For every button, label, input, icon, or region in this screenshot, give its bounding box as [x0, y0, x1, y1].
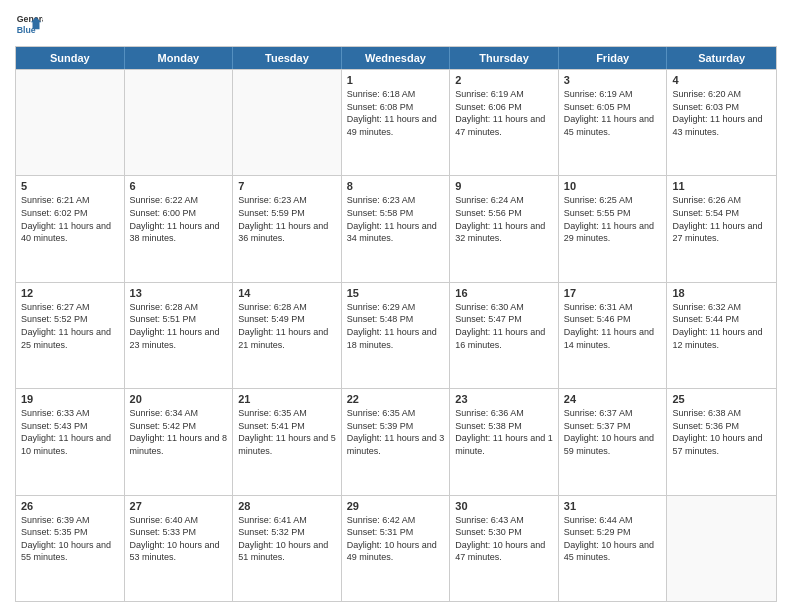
cell-info: Sunrise: 6:40 AM Sunset: 5:33 PM Dayligh… — [130, 514, 228, 564]
cell-day-number: 13 — [130, 287, 228, 299]
calendar-cell-26: 26Sunrise: 6:39 AM Sunset: 5:35 PM Dayli… — [16, 496, 125, 601]
calendar-cell-2: 2Sunrise: 6:19 AM Sunset: 6:06 PM Daylig… — [450, 70, 559, 175]
day-header-sunday: Sunday — [16, 47, 125, 69]
cell-day-number: 6 — [130, 180, 228, 192]
cell-info: Sunrise: 6:25 AM Sunset: 5:55 PM Dayligh… — [564, 194, 662, 244]
calendar-cell-10: 10Sunrise: 6:25 AM Sunset: 5:55 PM Dayli… — [559, 176, 668, 281]
calendar-cell-20: 20Sunrise: 6:34 AM Sunset: 5:42 PM Dayli… — [125, 389, 234, 494]
cell-info: Sunrise: 6:39 AM Sunset: 5:35 PM Dayligh… — [21, 514, 119, 564]
cell-day-number: 3 — [564, 74, 662, 86]
cell-info: Sunrise: 6:28 AM Sunset: 5:49 PM Dayligh… — [238, 301, 336, 351]
calendar-week-3: 19Sunrise: 6:33 AM Sunset: 5:43 PM Dayli… — [16, 388, 776, 494]
cell-info: Sunrise: 6:33 AM Sunset: 5:43 PM Dayligh… — [21, 407, 119, 457]
cell-info: Sunrise: 6:21 AM Sunset: 6:02 PM Dayligh… — [21, 194, 119, 244]
calendar-cell-24: 24Sunrise: 6:37 AM Sunset: 5:37 PM Dayli… — [559, 389, 668, 494]
calendar-cell-13: 13Sunrise: 6:28 AM Sunset: 5:51 PM Dayli… — [125, 283, 234, 388]
calendar-cell-4: 4Sunrise: 6:20 AM Sunset: 6:03 PM Daylig… — [667, 70, 776, 175]
logo-icon: General Blue — [15, 10, 43, 38]
cell-day-number: 14 — [238, 287, 336, 299]
day-header-wednesday: Wednesday — [342, 47, 451, 69]
calendar-week-2: 12Sunrise: 6:27 AM Sunset: 5:52 PM Dayli… — [16, 282, 776, 388]
logo: General Blue — [15, 10, 43, 38]
calendar-cell-15: 15Sunrise: 6:29 AM Sunset: 5:48 PM Dayli… — [342, 283, 451, 388]
cell-info: Sunrise: 6:35 AM Sunset: 5:39 PM Dayligh… — [347, 407, 445, 457]
cell-day-number: 31 — [564, 500, 662, 512]
calendar-cell-16: 16Sunrise: 6:30 AM Sunset: 5:47 PM Dayli… — [450, 283, 559, 388]
cell-info: Sunrise: 6:23 AM Sunset: 5:58 PM Dayligh… — [347, 194, 445, 244]
calendar-cell-19: 19Sunrise: 6:33 AM Sunset: 5:43 PM Dayli… — [16, 389, 125, 494]
calendar-cell-3: 3Sunrise: 6:19 AM Sunset: 6:05 PM Daylig… — [559, 70, 668, 175]
calendar-week-4: 26Sunrise: 6:39 AM Sunset: 5:35 PM Dayli… — [16, 495, 776, 601]
cell-day-number: 23 — [455, 393, 553, 405]
cell-day-number: 18 — [672, 287, 771, 299]
cell-info: Sunrise: 6:20 AM Sunset: 6:03 PM Dayligh… — [672, 88, 771, 138]
cell-day-number: 15 — [347, 287, 445, 299]
calendar-cell-1: 1Sunrise: 6:18 AM Sunset: 6:08 PM Daylig… — [342, 70, 451, 175]
cell-day-number: 24 — [564, 393, 662, 405]
calendar: SundayMondayTuesdayWednesdayThursdayFrid… — [15, 46, 777, 602]
cell-day-number: 22 — [347, 393, 445, 405]
cell-info: Sunrise: 6:22 AM Sunset: 6:00 PM Dayligh… — [130, 194, 228, 244]
cell-day-number: 20 — [130, 393, 228, 405]
calendar-header-row: SundayMondayTuesdayWednesdayThursdayFrid… — [16, 47, 776, 69]
calendar-body: 1Sunrise: 6:18 AM Sunset: 6:08 PM Daylig… — [16, 69, 776, 601]
calendar-cell-23: 23Sunrise: 6:36 AM Sunset: 5:38 PM Dayli… — [450, 389, 559, 494]
cell-day-number: 11 — [672, 180, 771, 192]
calendar-cell-12: 12Sunrise: 6:27 AM Sunset: 5:52 PM Dayli… — [16, 283, 125, 388]
cell-day-number: 1 — [347, 74, 445, 86]
calendar-cell-22: 22Sunrise: 6:35 AM Sunset: 5:39 PM Dayli… — [342, 389, 451, 494]
cell-day-number: 17 — [564, 287, 662, 299]
calendar-cell-14: 14Sunrise: 6:28 AM Sunset: 5:49 PM Dayli… — [233, 283, 342, 388]
calendar-cell-5: 5Sunrise: 6:21 AM Sunset: 6:02 PM Daylig… — [16, 176, 125, 281]
cell-day-number: 27 — [130, 500, 228, 512]
cell-info: Sunrise: 6:28 AM Sunset: 5:51 PM Dayligh… — [130, 301, 228, 351]
cell-day-number: 8 — [347, 180, 445, 192]
cell-info: Sunrise: 6:37 AM Sunset: 5:37 PM Dayligh… — [564, 407, 662, 457]
cell-day-number: 19 — [21, 393, 119, 405]
page: General Blue SundayMondayTuesdayWednesda… — [0, 0, 792, 612]
calendar-cell-8: 8Sunrise: 6:23 AM Sunset: 5:58 PM Daylig… — [342, 176, 451, 281]
cell-info: Sunrise: 6:44 AM Sunset: 5:29 PM Dayligh… — [564, 514, 662, 564]
cell-info: Sunrise: 6:29 AM Sunset: 5:48 PM Dayligh… — [347, 301, 445, 351]
cell-day-number: 30 — [455, 500, 553, 512]
day-header-monday: Monday — [125, 47, 234, 69]
calendar-cell-empty — [667, 496, 776, 601]
cell-day-number: 26 — [21, 500, 119, 512]
calendar-cell-25: 25Sunrise: 6:38 AM Sunset: 5:36 PM Dayli… — [667, 389, 776, 494]
cell-day-number: 25 — [672, 393, 771, 405]
day-header-friday: Friday — [559, 47, 668, 69]
calendar-cell-30: 30Sunrise: 6:43 AM Sunset: 5:30 PM Dayli… — [450, 496, 559, 601]
cell-info: Sunrise: 6:31 AM Sunset: 5:46 PM Dayligh… — [564, 301, 662, 351]
cell-day-number: 16 — [455, 287, 553, 299]
header: General Blue — [15, 10, 777, 38]
calendar-cell-11: 11Sunrise: 6:26 AM Sunset: 5:54 PM Dayli… — [667, 176, 776, 281]
calendar-cell-7: 7Sunrise: 6:23 AM Sunset: 5:59 PM Daylig… — [233, 176, 342, 281]
day-header-tuesday: Tuesday — [233, 47, 342, 69]
cell-day-number: 5 — [21, 180, 119, 192]
day-header-thursday: Thursday — [450, 47, 559, 69]
calendar-cell-empty — [233, 70, 342, 175]
calendar-week-0: 1Sunrise: 6:18 AM Sunset: 6:08 PM Daylig… — [16, 69, 776, 175]
cell-info: Sunrise: 6:23 AM Sunset: 5:59 PM Dayligh… — [238, 194, 336, 244]
cell-info: Sunrise: 6:35 AM Sunset: 5:41 PM Dayligh… — [238, 407, 336, 457]
cell-info: Sunrise: 6:19 AM Sunset: 6:05 PM Dayligh… — [564, 88, 662, 138]
calendar-cell-6: 6Sunrise: 6:22 AM Sunset: 6:00 PM Daylig… — [125, 176, 234, 281]
cell-day-number: 10 — [564, 180, 662, 192]
day-header-saturday: Saturday — [667, 47, 776, 69]
calendar-cell-18: 18Sunrise: 6:32 AM Sunset: 5:44 PM Dayli… — [667, 283, 776, 388]
cell-day-number: 4 — [672, 74, 771, 86]
cell-day-number: 7 — [238, 180, 336, 192]
cell-info: Sunrise: 6:43 AM Sunset: 5:30 PM Dayligh… — [455, 514, 553, 564]
cell-info: Sunrise: 6:41 AM Sunset: 5:32 PM Dayligh… — [238, 514, 336, 564]
cell-day-number: 21 — [238, 393, 336, 405]
cell-day-number: 12 — [21, 287, 119, 299]
cell-info: Sunrise: 6:30 AM Sunset: 5:47 PM Dayligh… — [455, 301, 553, 351]
calendar-cell-empty — [125, 70, 234, 175]
calendar-week-1: 5Sunrise: 6:21 AM Sunset: 6:02 PM Daylig… — [16, 175, 776, 281]
calendar-cell-27: 27Sunrise: 6:40 AM Sunset: 5:33 PM Dayli… — [125, 496, 234, 601]
cell-info: Sunrise: 6:32 AM Sunset: 5:44 PM Dayligh… — [672, 301, 771, 351]
cell-day-number: 29 — [347, 500, 445, 512]
cell-info: Sunrise: 6:42 AM Sunset: 5:31 PM Dayligh… — [347, 514, 445, 564]
calendar-cell-28: 28Sunrise: 6:41 AM Sunset: 5:32 PM Dayli… — [233, 496, 342, 601]
calendar-cell-31: 31Sunrise: 6:44 AM Sunset: 5:29 PM Dayli… — [559, 496, 668, 601]
